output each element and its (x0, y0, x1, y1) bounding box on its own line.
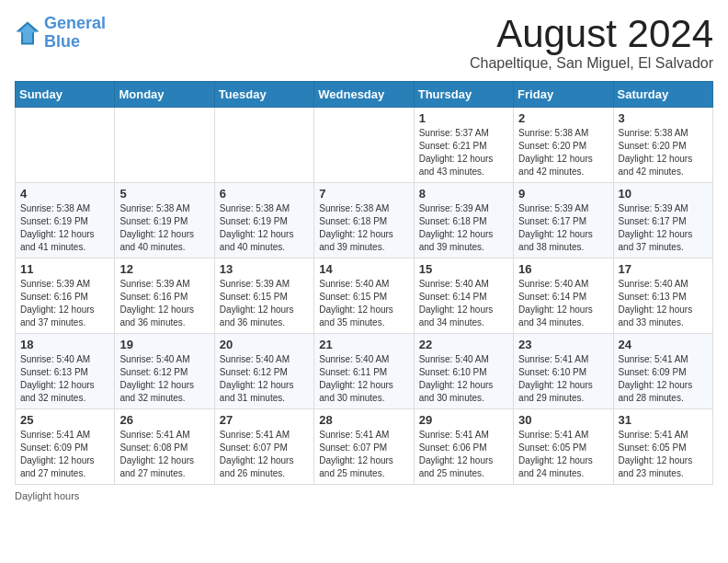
week-row-1: 1Sunrise: 5:37 AMSunset: 6:21 PMDaylight… (16, 108, 713, 183)
week-row-3: 11Sunrise: 5:39 AMSunset: 6:16 PMDayligh… (16, 259, 713, 334)
day-cell: 14Sunrise: 5:40 AMSunset: 6:15 PMDayligh… (314, 259, 414, 334)
logo-text: General Blue (44, 15, 106, 52)
day-info: Sunrise: 5:41 AMSunset: 6:07 PMDaylight:… (220, 429, 309, 480)
day-cell: 5Sunrise: 5:38 AMSunset: 6:19 PMDaylight… (115, 183, 214, 259)
day-number: 20 (220, 338, 309, 351)
day-number: 10 (619, 187, 708, 201)
day-info: Sunrise: 5:41 AMSunset: 6:07 PMDaylight:… (319, 429, 408, 480)
week-row-5: 25Sunrise: 5:41 AMSunset: 6:09 PMDayligh… (16, 409, 713, 485)
header-day-sunday: Sunday (16, 82, 115, 108)
day-info: Sunrise: 5:40 AMSunset: 6:14 PMDaylight:… (419, 278, 508, 329)
day-info: Sunrise: 5:38 AMSunset: 6:18 PMDaylight:… (319, 202, 408, 254)
day-info: Sunrise: 5:38 AMSunset: 6:19 PMDaylight:… (220, 202, 309, 254)
day-cell: 12Sunrise: 5:39 AMSunset: 6:16 PMDayligh… (115, 259, 214, 334)
day-cell: 20Sunrise: 5:40 AMSunset: 6:12 PMDayligh… (214, 334, 313, 409)
day-info: Sunrise: 5:41 AMSunset: 6:05 PMDaylight:… (518, 429, 608, 480)
day-info: Sunrise: 5:40 AMSunset: 6:14 PMDaylight:… (518, 278, 608, 329)
day-number: 9 (518, 187, 608, 201)
page-wrapper: General Blue August 2024 Chapeltique, Sa… (15, 15, 713, 501)
day-info: Sunrise: 5:39 AMSunset: 6:15 PMDaylight:… (220, 278, 309, 329)
day-info: Sunrise: 5:41 AMSunset: 6:08 PMDaylight:… (119, 429, 209, 480)
day-cell: 29Sunrise: 5:41 AMSunset: 6:06 PMDayligh… (414, 409, 513, 485)
day-cell: 28Sunrise: 5:41 AMSunset: 6:07 PMDayligh… (314, 409, 414, 485)
day-cell: 30Sunrise: 5:41 AMSunset: 6:05 PMDayligh… (514, 409, 613, 485)
day-cell: 4Sunrise: 5:38 AMSunset: 6:19 PMDaylight… (16, 183, 115, 259)
day-number: 22 (419, 338, 508, 351)
day-info: Sunrise: 5:40 AMSunset: 6:13 PMDaylight:… (20, 353, 109, 405)
day-number: 26 (119, 413, 209, 427)
day-number: 16 (518, 262, 608, 276)
day-info: Sunrise: 5:38 AMSunset: 6:20 PMDaylight:… (518, 127, 608, 178)
logo-icon (15, 20, 40, 46)
header-day-friday: Friday (514, 82, 613, 108)
day-info: Sunrise: 5:40 AMSunset: 6:12 PMDaylight:… (119, 353, 209, 405)
logo-line2: Blue (44, 32, 80, 51)
day-number: 30 (518, 413, 608, 427)
day-number: 19 (119, 338, 209, 351)
day-cell: 1Sunrise: 5:37 AMSunset: 6:21 PMDaylight… (414, 108, 513, 183)
day-number: 4 (20, 187, 109, 201)
day-header-row: SundayMondayTuesdayWednesdayThursdayFrid… (16, 82, 713, 108)
day-cell: 15Sunrise: 5:40 AMSunset: 6:14 PMDayligh… (414, 259, 513, 334)
day-cell: 25Sunrise: 5:41 AMSunset: 6:09 PMDayligh… (16, 409, 115, 485)
day-info: Sunrise: 5:40 AMSunset: 6:15 PMDaylight:… (319, 278, 408, 329)
day-info: Sunrise: 5:39 AMSunset: 6:18 PMDaylight:… (419, 202, 508, 254)
header-day-monday: Monday (115, 82, 214, 108)
day-info: Sunrise: 5:41 AMSunset: 6:06 PMDaylight:… (419, 429, 508, 480)
day-cell: 21Sunrise: 5:40 AMSunset: 6:11 PMDayligh… (314, 334, 414, 409)
day-info: Sunrise: 5:38 AMSunset: 6:19 PMDaylight:… (20, 202, 109, 254)
day-info: Sunrise: 5:39 AMSunset: 6:16 PMDaylight:… (20, 278, 109, 329)
day-info: Sunrise: 5:39 AMSunset: 6:17 PMDaylight:… (518, 202, 608, 254)
header-day-wednesday: Wednesday (314, 82, 414, 108)
day-info: Sunrise: 5:38 AMSunset: 6:20 PMDaylight:… (619, 127, 708, 178)
day-number: 31 (619, 413, 708, 427)
day-info: Sunrise: 5:41 AMSunset: 6:05 PMDaylight:… (619, 429, 708, 480)
day-cell: 24Sunrise: 5:41 AMSunset: 6:09 PMDayligh… (613, 334, 712, 409)
title-block: August 2024 Chapeltique, San Miguel, El … (470, 15, 713, 72)
footer-note: Daylight hours (15, 490, 713, 501)
day-cell: 27Sunrise: 5:41 AMSunset: 6:07 PMDayligh… (214, 409, 313, 485)
day-number: 17 (619, 262, 708, 276)
day-info: Sunrise: 5:37 AMSunset: 6:21 PMDaylight:… (419, 127, 508, 178)
day-cell: 8Sunrise: 5:39 AMSunset: 6:18 PMDaylight… (414, 183, 513, 259)
day-number: 13 (220, 262, 309, 276)
day-cell: 26Sunrise: 5:41 AMSunset: 6:08 PMDayligh… (115, 409, 214, 485)
day-number: 5 (119, 187, 209, 201)
day-cell: 6Sunrise: 5:38 AMSunset: 6:19 PMDaylight… (214, 183, 313, 259)
day-number: 15 (419, 262, 508, 276)
day-number: 28 (319, 413, 408, 427)
day-number: 12 (119, 262, 209, 276)
day-number: 8 (419, 187, 508, 201)
week-row-2: 4Sunrise: 5:38 AMSunset: 6:19 PMDaylight… (16, 183, 713, 259)
day-cell (314, 108, 414, 183)
day-number: 21 (319, 338, 408, 351)
header-day-thursday: Thursday (414, 82, 513, 108)
day-cell: 10Sunrise: 5:39 AMSunset: 6:17 PMDayligh… (613, 183, 712, 259)
header-day-saturday: Saturday (613, 82, 712, 108)
location: Chapeltique, San Miguel, El Salvador (470, 55, 713, 72)
logo-line1: General (44, 14, 106, 32)
day-number: 25 (20, 413, 109, 427)
day-cell: 23Sunrise: 5:41 AMSunset: 6:10 PMDayligh… (514, 334, 613, 409)
day-cell: 31Sunrise: 5:41 AMSunset: 6:05 PMDayligh… (613, 409, 712, 485)
day-cell: 22Sunrise: 5:40 AMSunset: 6:10 PMDayligh… (414, 334, 513, 409)
day-info: Sunrise: 5:39 AMSunset: 6:17 PMDaylight:… (619, 202, 708, 254)
month-year: August 2024 (470, 15, 713, 53)
day-number: 27 (220, 413, 309, 427)
day-info: Sunrise: 5:41 AMSunset: 6:09 PMDaylight:… (20, 429, 109, 480)
calendar-table: SundayMondayTuesdayWednesdayThursdayFrid… (15, 81, 713, 485)
logo: General Blue (15, 15, 106, 52)
day-info: Sunrise: 5:41 AMSunset: 6:09 PMDaylight:… (619, 353, 708, 405)
day-info: Sunrise: 5:39 AMSunset: 6:16 PMDaylight:… (119, 278, 209, 329)
day-number: 29 (419, 413, 508, 427)
week-row-4: 18Sunrise: 5:40 AMSunset: 6:13 PMDayligh… (16, 334, 713, 409)
header-day-tuesday: Tuesday (214, 82, 313, 108)
day-cell: 3Sunrise: 5:38 AMSunset: 6:20 PMDaylight… (613, 108, 712, 183)
day-number: 24 (619, 338, 708, 351)
day-number: 7 (319, 187, 408, 201)
day-info: Sunrise: 5:40 AMSunset: 6:13 PMDaylight:… (619, 278, 708, 329)
day-info: Sunrise: 5:40 AMSunset: 6:11 PMDaylight:… (319, 353, 408, 405)
day-info: Sunrise: 5:41 AMSunset: 6:10 PMDaylight:… (518, 353, 608, 405)
daylight-label: Daylight hours (15, 490, 79, 501)
day-cell: 9Sunrise: 5:39 AMSunset: 6:17 PMDaylight… (514, 183, 613, 259)
